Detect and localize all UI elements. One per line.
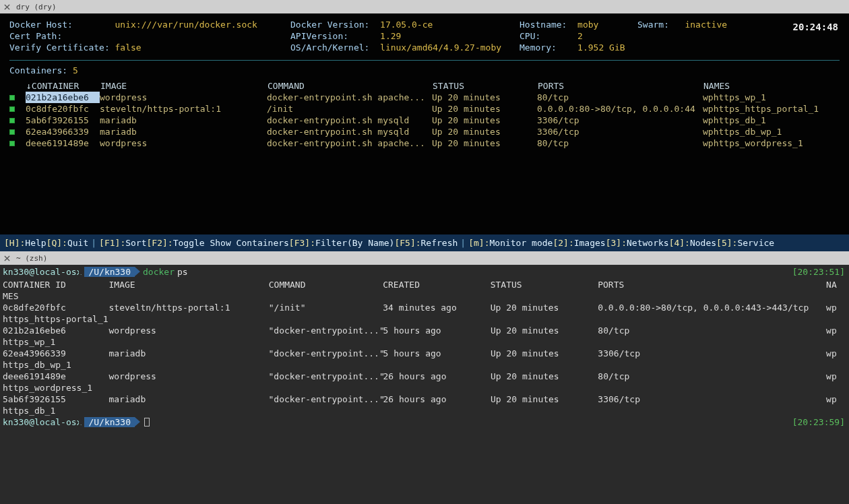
ps-name-trunc: wp xyxy=(826,302,846,313)
container-ports: 3306/tcp xyxy=(537,115,703,126)
info-value: 1.952 GiB xyxy=(577,42,625,53)
ps-image: mariadb xyxy=(108,393,268,405)
status-icon xyxy=(9,141,15,146)
container-name: wphttps_db_1 xyxy=(703,115,838,126)
help-text: Monitor mode xyxy=(489,237,553,249)
col-image[interactable]: IMAGE xyxy=(100,80,268,92)
container-status: Up 20 minutes xyxy=(432,137,537,149)
help-key[interactable]: [F5]: xyxy=(394,237,420,249)
help-text: Images xyxy=(574,237,606,249)
container-image: wordpress xyxy=(100,92,267,103)
container-command: docker-entrypoint.sh apache... xyxy=(267,137,432,149)
help-key[interactable]: [F1]: xyxy=(99,237,125,249)
info-label: Swarm: xyxy=(637,19,685,30)
help-key[interactable]: [F2]: xyxy=(147,237,173,249)
ps-name-wrap: https_https-portal_1 xyxy=(3,313,846,325)
ps-status: Up 20 minutes xyxy=(491,348,598,359)
container-command: docker-entrypoint.sh apache... xyxy=(267,92,432,103)
ps-image: mariadb xyxy=(108,348,268,359)
ps-id: 5ab6f3926155 xyxy=(3,393,108,405)
help-key[interactable]: [3]: xyxy=(606,237,627,249)
help-text: Service xyxy=(737,237,774,249)
info-block: Docker Host: unix:///var/run/docker.sock… xyxy=(9,19,840,53)
container-name: wphttps_https_portal_1 xyxy=(703,103,838,115)
container-name: wphttps_wp_1 xyxy=(703,92,838,103)
cursor-icon xyxy=(144,418,150,427)
help-key[interactable]: [4]: xyxy=(669,237,690,249)
prompt-path: /U/kn330 xyxy=(84,267,135,277)
dry-pane[interactable]: 20:24:48 Docker Host: unix:///var/run/do… xyxy=(0,13,849,251)
ps-id: 0c8dfe20fbfc xyxy=(3,302,109,313)
help-key[interactable]: [H]: xyxy=(4,237,25,249)
container-ports: 80/tcp xyxy=(537,137,703,149)
container-ports: 0.0.0.0:80->80/tcp, 0.0.0.0:44 xyxy=(537,103,703,115)
col-command[interactable]: COMMAND xyxy=(268,80,433,92)
prompt-path: /U/kn330 xyxy=(84,417,135,427)
table-row[interactable]: 5ab6f3926155mariadbdocker-entrypoint.sh … xyxy=(9,115,840,126)
docker-ps-header: CONTAINER ID IMAGE COMMAND CREATED STATU… xyxy=(3,279,846,290)
info-label: Docker Host: xyxy=(9,19,115,30)
info-value: moby xyxy=(577,19,598,30)
ps-name-trunc: wp xyxy=(826,325,846,336)
clock: 20:24:48 xyxy=(793,22,838,33)
ps-id: 021b2a16ebe6 xyxy=(3,325,108,336)
command-docker: docker xyxy=(143,266,175,278)
help-key[interactable]: [m]: xyxy=(468,237,489,249)
ps-created: 5 hours ago xyxy=(383,325,491,336)
ps-ports: 0.0.0.0:80->80/tcp, 0.0.0.0:443->443/tcp xyxy=(598,302,826,313)
container-id: 62ea43966339 xyxy=(26,126,100,137)
container-status: Up 20 minutes xyxy=(432,126,537,137)
container-name: wphttps_db_wp_1 xyxy=(703,126,838,137)
ps-ports: 3306/tcp xyxy=(598,393,826,405)
table-row[interactable]: 62ea43966339mariadbdocker-entrypoint.sh … xyxy=(9,126,840,137)
info-label: Cert Path: xyxy=(9,30,62,42)
ps-created: 26 hours ago xyxy=(383,371,491,382)
ps-status: Up 20 minutes xyxy=(491,302,598,313)
container-name: wphttps_wordpress_1 xyxy=(703,137,838,149)
container-image: mariadb xyxy=(100,115,267,126)
table-row[interactable]: 021b2a16ebe6wordpressdocker-entrypoint.s… xyxy=(9,92,840,103)
help-key[interactable]: [2]: xyxy=(553,237,573,249)
ps-status: Up 20 minutes xyxy=(491,393,598,405)
tab-title-bottom: ~ (zsh) xyxy=(13,254,47,263)
table-row[interactable]: 0c8dfe20fbfcsteveltn/https-portal:1/init… xyxy=(9,103,840,115)
help-key[interactable]: [F3]: xyxy=(289,237,315,249)
ps-ports: 80/tcp xyxy=(598,371,826,382)
zsh-pane[interactable]: kn330@local-osx /U/kn330 docker ps [20:2… xyxy=(0,265,849,504)
container-ports: 80/tcp xyxy=(537,92,703,103)
container-status: Up 20 minutes xyxy=(432,103,537,115)
table-row[interactable]: deee6191489ewordpressdocker-entrypoint.s… xyxy=(9,137,840,149)
ps-row: 021b2a16ebe6wordpress"docker-entrypoint.… xyxy=(3,325,846,336)
top-tab-strip: dry (dry) xyxy=(0,0,849,13)
help-text: Filter(By Name) xyxy=(315,237,394,249)
col-names[interactable]: NAMES xyxy=(703,80,838,92)
container-id: 5ab6f3926155 xyxy=(26,115,100,126)
col-ports[interactable]: PORTS xyxy=(538,80,703,92)
ps-row: 0c8dfe20fbfcsteveltn/https-portal:1"/ini… xyxy=(3,302,846,313)
prompt-host: kn330@local-osx xyxy=(3,416,84,428)
close-icon[interactable] xyxy=(0,4,13,10)
ps-command: "/init" xyxy=(269,302,383,313)
close-icon[interactable] xyxy=(0,255,13,261)
container-id: 021b2a16ebe6 xyxy=(26,92,100,103)
info-value: inactive xyxy=(685,19,727,30)
col-status[interactable]: STATUS xyxy=(433,80,538,92)
ps-id: 62ea43966339 xyxy=(3,348,108,359)
help-text: Quit xyxy=(67,237,88,249)
container-image: wordpress xyxy=(100,137,267,149)
prompt-host: kn330@local-osx xyxy=(3,266,84,278)
col-container[interactable]: ↓CONTAINER xyxy=(26,80,100,92)
ps-image: wordpress xyxy=(108,325,268,336)
info-label: OS/Arch/Kernel: xyxy=(290,42,380,53)
ps-command: "docker-entrypoint..." xyxy=(269,325,383,336)
ps-image: steveltn/https-portal:1 xyxy=(109,302,269,313)
ps-name-trunc: wp xyxy=(826,393,846,405)
ps-ports: 80/tcp xyxy=(598,325,826,336)
separator-pipe: | xyxy=(91,237,96,249)
info-label: Docker Version: xyxy=(290,19,380,30)
help-key[interactable]: [Q]: xyxy=(46,237,67,249)
ps-ports: 3306/tcp xyxy=(598,348,826,359)
help-key[interactable]: [5]: xyxy=(716,237,737,249)
container-ports: 3306/tcp xyxy=(537,126,703,137)
tab-title-top: dry (dry) xyxy=(13,3,57,11)
